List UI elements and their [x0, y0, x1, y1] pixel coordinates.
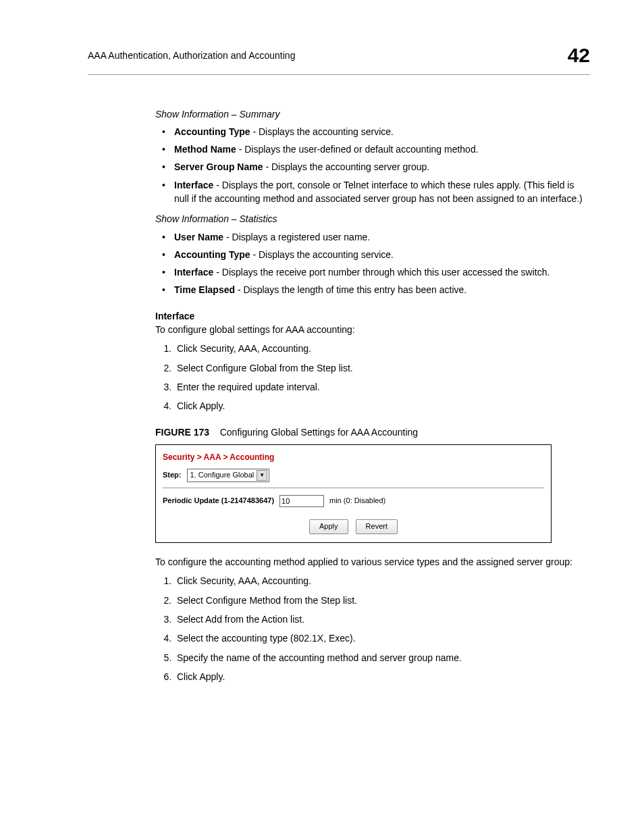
apply-button[interactable]: Apply — [309, 519, 348, 534]
figure-title: Configuring Global Settings for AAA Acco… — [220, 427, 418, 438]
step-label: Step: — [163, 470, 182, 481]
chapter-number: 42 — [568, 41, 590, 70]
list-item: Server Group Name - Displays the account… — [155, 160, 590, 174]
list-item: Interface - Displays the receive port nu… — [155, 265, 590, 279]
list-item: User Name - Displays a registered user n… — [155, 230, 590, 244]
interface-heading: Interface — [155, 309, 590, 323]
step-item: Select Add from the Action list. — [174, 613, 590, 626]
statistics-list: User Name - Displays a registered user n… — [155, 230, 590, 297]
page-header: AAA Authentication, Authorization and Ac… — [88, 41, 590, 75]
list-item: Interface - Displays the port, console o… — [155, 178, 590, 206]
list-item: Accounting Type - Displays the accountin… — [155, 248, 590, 261]
breadcrumb: Security > AAA > Accounting — [156, 445, 551, 469]
desc: - Displays a registered user name. — [223, 232, 370, 242]
list-item: Time Elapsed - Displays the length of ti… — [155, 283, 590, 296]
term: Time Elapsed — [174, 284, 235, 295]
statistics-heading: Show Information – Statistics — [155, 212, 590, 226]
periodic-update-input[interactable] — [279, 495, 324, 507]
periodic-update-hint: min (0: Disabled) — [329, 496, 385, 506]
desc: - Displays the accounting service. — [250, 249, 394, 260]
term: Accounting Type — [174, 249, 250, 260]
step-select-value: 1. Configure Global — [190, 470, 254, 481]
term: Method Name — [174, 144, 236, 155]
chevron-down-icon: ▼ — [257, 470, 267, 481]
periodic-update-row: Periodic Update (1-2147483647) min (0: D… — [163, 495, 544, 507]
term: Accounting Type — [174, 126, 250, 137]
term: Interface — [174, 180, 213, 190]
list-item: Accounting Type - Displays the accountin… — [155, 125, 590, 138]
interface-steps: Click Security, AAA, Accounting. Select … — [155, 342, 590, 413]
desc: - Displays the accounting service. — [250, 126, 394, 137]
step-row: Step: 1. Configure Global ▼ — [163, 469, 544, 488]
step-item: Select Configure Global from the Step li… — [174, 361, 590, 375]
term: Server Group Name — [174, 161, 263, 172]
term: Interface — [174, 267, 213, 278]
periodic-update-label: Periodic Update (1-2147483647) — [163, 496, 274, 506]
header-title: AAA Authentication, Authorization and Ac… — [88, 49, 295, 62]
step-item: Click Security, AAA, Accounting. — [174, 342, 590, 355]
method-intro: To configure the accounting method appli… — [155, 555, 590, 569]
desc: - Displays the user-defined or default a… — [236, 144, 479, 155]
revert-button[interactable]: Revert — [356, 519, 398, 534]
step-item: Select Configure Method from the Step li… — [174, 594, 590, 607]
interface-intro: To configure global settings for AAA acc… — [155, 323, 590, 336]
method-steps: Click Security, AAA, Accounting. Select … — [155, 574, 590, 683]
list-item: Method Name - Displays the user-defined … — [155, 142, 590, 156]
figure-screenshot: Security > AAA > Accounting Step: 1. Con… — [155, 444, 552, 543]
summary-list: Accounting Type - Displays the accountin… — [155, 125, 590, 205]
step-select[interactable]: 1. Configure Global ▼ — [187, 469, 270, 482]
step-item: Enter the required update interval. — [174, 380, 590, 394]
desc: - Displays the port, console or Telnet i… — [174, 180, 583, 204]
term: User Name — [174, 232, 223, 242]
desc: - Displays the receive port number throu… — [213, 267, 549, 278]
step-item: Click Security, AAA, Accounting. — [174, 574, 590, 588]
step-item: Select the accounting type (802.1X, Exec… — [174, 631, 590, 645]
figure-caption: FIGURE 173 Configuring Global Settings f… — [155, 425, 590, 439]
summary-heading: Show Information – Summary — [155, 107, 590, 121]
step-item: Specify the name of the accounting metho… — [174, 651, 590, 664]
desc: - Displays the length of time this entry… — [235, 284, 466, 295]
desc: - Displays the accounting server group. — [263, 161, 430, 172]
step-item: Click Apply. — [174, 399, 590, 413]
figure-number: FIGURE 173 — [155, 427, 209, 438]
step-item: Click Apply. — [174, 670, 590, 683]
main-content: Show Information – Summary Accounting Ty… — [155, 107, 590, 684]
